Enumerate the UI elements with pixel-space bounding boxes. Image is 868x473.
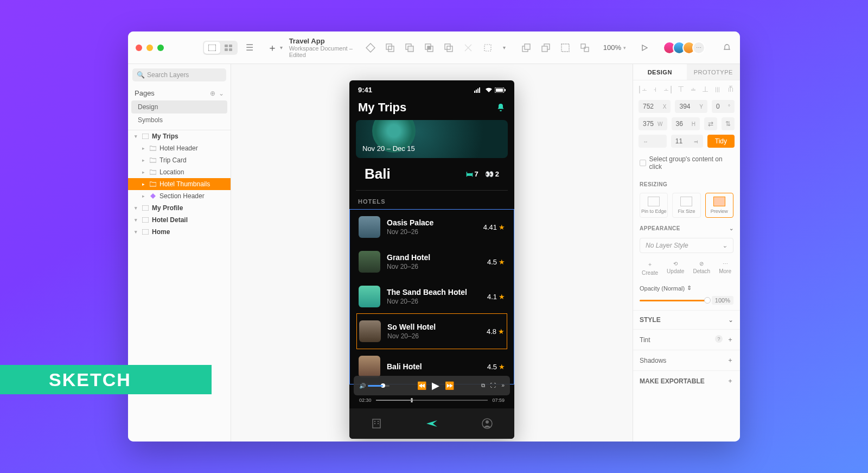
- hotel-row[interactable]: So Well HotelNov 20–264.8 ★: [356, 313, 507, 349]
- canvas-view-icon[interactable]: [204, 42, 220, 54]
- notifications-icon[interactable]: [722, 42, 732, 53]
- layer-section-header[interactable]: ▸Section Header: [128, 190, 231, 202]
- x-field[interactable]: 752X: [639, 100, 671, 113]
- tab-design[interactable]: DESIGN: [633, 64, 687, 80]
- style-detach-button[interactable]: ⊘Detach: [693, 261, 710, 276]
- hotel-row[interactable]: Grand HotelNov 20–264.5 ★: [356, 244, 507, 279]
- preview-play-icon[interactable]: [639, 42, 650, 53]
- more-icon[interactable]: »: [501, 382, 505, 389]
- opacity-value[interactable]: 100%: [712, 296, 733, 305]
- select-group-checkbox[interactable]: Select group's content on click: [633, 150, 740, 176]
- pip-icon[interactable]: ⧉: [481, 382, 485, 389]
- style-create-button[interactable]: ＋Create: [642, 261, 658, 276]
- tab-hotels-icon[interactable]: [371, 418, 382, 430]
- grid-icon[interactable]: ☰: [243, 41, 256, 55]
- close-button[interactable]: [136, 45, 142, 51]
- add-page-icon[interactable]: ⊕: [210, 90, 215, 97]
- flatten-icon[interactable]: [463, 42, 474, 53]
- symbol-icon[interactable]: [365, 42, 376, 53]
- union-icon[interactable]: [385, 42, 395, 53]
- align-right-icon[interactable]: ⫠|: [662, 85, 672, 93]
- layer-home[interactable]: ▾Home: [128, 226, 231, 238]
- align-left-icon[interactable]: |⫠: [639, 85, 648, 93]
- video-controls-overlay[interactable]: 🔊 ⏪ ▶ ⏩ ⧉ ⛶ »: [354, 376, 510, 395]
- align-center-h-icon[interactable]: ⫞: [653, 85, 657, 93]
- subtract-icon[interactable]: [404, 42, 415, 53]
- distribute-h-icon[interactable]: ⫼: [714, 85, 722, 93]
- ungroup-icon[interactable]: [579, 42, 590, 53]
- scale-icon[interactable]: [482, 42, 493, 53]
- canvas[interactable]: 9:41 My Trips Nov 20 – Dec 15: [231, 64, 633, 442]
- difference-icon[interactable]: [443, 42, 454, 53]
- layer-trip-card[interactable]: ▸Trip Card: [128, 154, 231, 166]
- group-icon[interactable]: [560, 42, 571, 53]
- align-top-icon[interactable]: ⊤: [678, 85, 684, 93]
- maximize-button[interactable]: [157, 45, 164, 51]
- intersect-icon[interactable]: [424, 42, 435, 53]
- layer-hotel-header[interactable]: ▸Hotel Header: [128, 142, 231, 154]
- volume-control[interactable]: 🔊: [359, 383, 390, 389]
- layer-my-profile[interactable]: ▾My Profile: [128, 202, 231, 214]
- add-icon[interactable]: ＋: [727, 335, 733, 344]
- view-mode-toggle[interactable]: [203, 41, 238, 55]
- artboard-my-trips[interactable]: 9:41 My Trips Nov 20 – Dec 15: [349, 80, 514, 439]
- distribute-v-icon[interactable]: ⫚: [727, 85, 735, 93]
- hotel-row[interactable]: Oasis PalaceNov 20–264.41 ★: [356, 210, 507, 244]
- page-design[interactable]: Design: [131, 100, 227, 113]
- align-center-v-icon[interactable]: ⫨: [690, 85, 697, 93]
- add-icon[interactable]: ＋: [727, 356, 733, 365]
- flip-v-icon[interactable]: ⇅: [722, 117, 735, 130]
- backward-icon[interactable]: [540, 42, 551, 53]
- fix-size-option[interactable]: Fix Size: [672, 193, 700, 218]
- zoom-control[interactable]: 100%▾: [603, 43, 626, 52]
- caret-icon[interactable]: ▾: [503, 45, 506, 51]
- flip-h-icon[interactable]: ⇄: [704, 117, 717, 130]
- document-title[interactable]: Travel App Workspace Document – Edited: [289, 37, 365, 58]
- layer-hotel-detail[interactable]: ▾Hotel Detail: [128, 214, 231, 226]
- page-symbols[interactable]: Symbols: [128, 113, 231, 127]
- tab-flights-icon[interactable]: [425, 417, 438, 430]
- layer-style-dropdown[interactable]: No Layer Style⌄: [640, 238, 733, 253]
- layer-location[interactable]: ▸Location: [128, 166, 231, 178]
- rotation-field[interactable]: 0°: [712, 100, 735, 113]
- trip-hero-card[interactable]: Nov 20 – Dec 15: [356, 120, 508, 158]
- shadows-row[interactable]: Shadows＋: [633, 350, 740, 370]
- hotel-row[interactable]: The Sand Beach HotelNov 20–264.1 ★: [356, 279, 507, 314]
- tint-row[interactable]: Tint?＋: [633, 329, 740, 350]
- tidy-button[interactable]: Tidy: [707, 135, 735, 148]
- opacity-label[interactable]: Opacity (Normal)⇕: [633, 280, 740, 294]
- fullscreen-icon[interactable]: ⛶: [490, 382, 496, 389]
- opacity-slider[interactable]: [640, 300, 707, 301]
- layer-my-trips[interactable]: ▾My Trips: [128, 130, 231, 142]
- collapse-icon[interactable]: ⌄: [728, 316, 733, 324]
- insert-caret-icon[interactable]: ▾: [280, 45, 283, 51]
- w-field[interactable]: 375W: [639, 117, 667, 130]
- align-bottom-icon[interactable]: ⊥: [702, 85, 709, 93]
- minimize-button[interactable]: [146, 45, 153, 51]
- pin-to-edge-option[interactable]: Pin to Edge: [640, 193, 668, 218]
- video-scrubber[interactable]: 02:30 07:59: [354, 395, 510, 407]
- h-field[interactable]: 36H: [672, 117, 700, 130]
- components-view-icon[interactable]: [220, 42, 237, 54]
- hotel-thumbnails-group[interactable]: Oasis PalaceNov 20–264.41 ★Grand HotelNo…: [349, 209, 514, 384]
- search-layers-input[interactable]: 🔍 Search Layers: [132, 68, 226, 81]
- forward-icon[interactable]: [521, 42, 532, 53]
- gap-field[interactable]: 11⫤: [671, 135, 703, 148]
- rewind-icon[interactable]: ⏪: [417, 381, 426, 390]
- forward-icon[interactable]: ⏩: [445, 381, 454, 390]
- pages-caret-icon[interactable]: ⌄: [219, 90, 224, 97]
- style-more-button[interactable]: ⋯More: [719, 261, 731, 276]
- tab-profile-icon[interactable]: [481, 418, 493, 430]
- collaborator-avatars[interactable]: ⋯: [666, 41, 705, 54]
- insert-button[interactable]: ＋: [266, 41, 279, 55]
- add-icon[interactable]: ＋: [727, 376, 733, 386]
- layer-hotel-thumbnails[interactable]: ▸Hotel Thumbnails: [128, 178, 231, 190]
- bell-icon[interactable]: [496, 103, 506, 112]
- style-update-button[interactable]: ⟲Update: [667, 261, 684, 276]
- help-icon[interactable]: ?: [715, 335, 723, 343]
- y-field[interactable]: 394Y: [675, 100, 707, 113]
- arrow-field[interactable]: ↔: [639, 135, 667, 148]
- exportable-row[interactable]: MAKE EXPORTABLE＋: [633, 370, 740, 391]
- play-icon[interactable]: ▶: [432, 380, 439, 392]
- tab-prototype[interactable]: PROTOTYPE: [687, 64, 741, 80]
